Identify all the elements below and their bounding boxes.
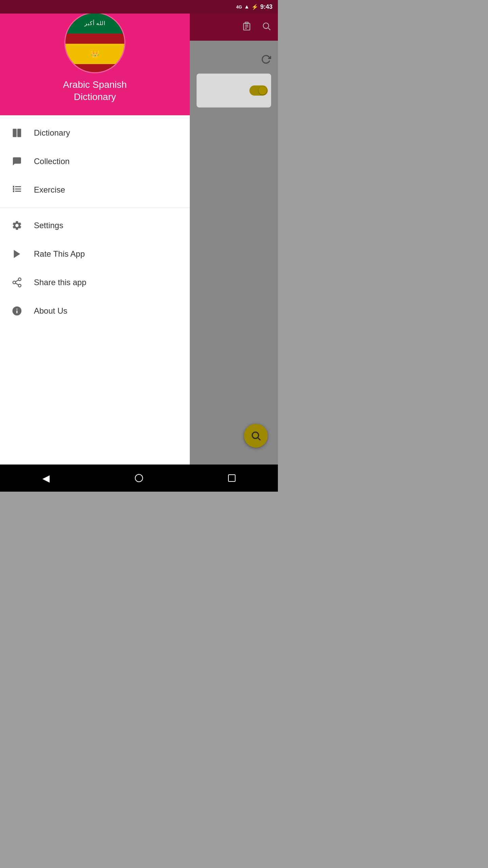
svg-rect-17	[13, 186, 14, 188]
svg-point-32	[17, 309, 18, 310]
status-time: 9:43	[260, 3, 272, 11]
svg-rect-18	[13, 188, 14, 190]
menu-item-dictionary[interactable]: Dictionary	[0, 119, 190, 147]
list-icon	[10, 183, 24, 197]
menu-item-collection[interactable]: Collection	[0, 147, 190, 176]
flag-es-mid: 👑	[65, 44, 124, 64]
menu-item-share[interactable]: Share this app	[0, 268, 190, 297]
menu-item-exercise[interactable]: Exercise	[0, 176, 190, 204]
svg-rect-22	[15, 191, 21, 192]
menu-item-rate[interactable]: Rate This App	[0, 240, 190, 268]
menu-item-settings[interactable]: Settings	[0, 211, 190, 240]
svg-line-27	[15, 283, 18, 285]
flag-es-bot	[65, 64, 124, 73]
recent-button[interactable]	[228, 474, 236, 482]
app-title-line2: Dictionary	[63, 91, 127, 103]
menu-label-rate: Rate This App	[34, 249, 85, 259]
share-icon	[10, 276, 24, 289]
menu-item-about[interactable]: About Us	[0, 297, 190, 325]
signal-icon: ▲	[244, 4, 249, 10]
svg-rect-19	[13, 190, 14, 192]
menu-label-dictionary: Dictionary	[34, 128, 70, 138]
svg-rect-21	[15, 189, 21, 190]
svg-rect-10	[17, 129, 21, 137]
drawer-header: الله أكبر 👑 Arabic Spanish Dictionary	[0, 0, 190, 115]
svg-point-26	[18, 284, 21, 287]
svg-marker-23	[14, 250, 20, 258]
svg-line-28	[15, 280, 18, 282]
menu-label-collection: Collection	[34, 157, 69, 166]
svg-rect-9	[13, 129, 17, 137]
network-indicator: 4G	[236, 4, 242, 9]
flag-es-top	[65, 34, 124, 44]
flag-sa-text: الله أكبر	[84, 20, 105, 26]
book-icon	[10, 126, 24, 140]
home-button[interactable]	[135, 474, 143, 482]
svg-rect-33	[17, 311, 18, 313]
chat-icon	[10, 155, 24, 168]
app-title: Arabic Spanish Dictionary	[63, 79, 127, 103]
flag-circle: الله أكبر 👑	[64, 12, 125, 73]
overlay-dim	[190, 0, 278, 465]
back-button[interactable]: ◀	[42, 473, 50, 484]
menu-divider	[0, 208, 190, 208]
settings-icon	[10, 219, 24, 232]
svg-point-24	[18, 278, 21, 281]
menu-label-exercise: Exercise	[34, 185, 65, 195]
menu-label-share: Share this app	[34, 278, 86, 287]
info-icon	[10, 304, 24, 318]
drawer: الله أكبر 👑 Arabic Spanish Dictionary Di…	[0, 0, 190, 465]
drawer-menu: Dictionary Collection	[0, 115, 190, 465]
app-title-line1: Arabic Spanish	[63, 79, 127, 91]
status-bar: 4G ▲ ⚡ 9:43	[0, 0, 278, 14]
battery-icon: ⚡	[251, 4, 258, 10]
menu-label-settings: Settings	[34, 221, 63, 230]
navigation-bar: ◀	[0, 465, 278, 492]
flag-sa: الله أكبر	[65, 13, 124, 34]
status-icons: 4G ▲ ⚡ 9:43	[236, 3, 272, 11]
send-icon	[10, 247, 24, 261]
svg-point-25	[13, 281, 16, 284]
menu-label-about: About Us	[34, 306, 67, 316]
svg-rect-20	[15, 186, 21, 187]
